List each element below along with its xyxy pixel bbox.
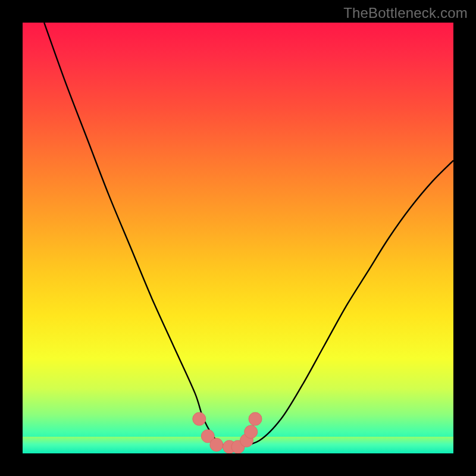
bottleneck-curve — [23, 23, 453, 453]
optimal-marker — [210, 439, 223, 452]
curve-path — [44, 23, 453, 448]
plot-area — [23, 23, 453, 453]
optimal-markers — [193, 412, 262, 453]
optimal-marker — [245, 425, 258, 439]
watermark-text: TheBottleneck.com — [343, 5, 468, 21]
optimal-marker — [193, 412, 206, 425]
chart-frame: TheBottleneck.com — [0, 0, 476, 476]
optimal-marker — [249, 412, 262, 425]
